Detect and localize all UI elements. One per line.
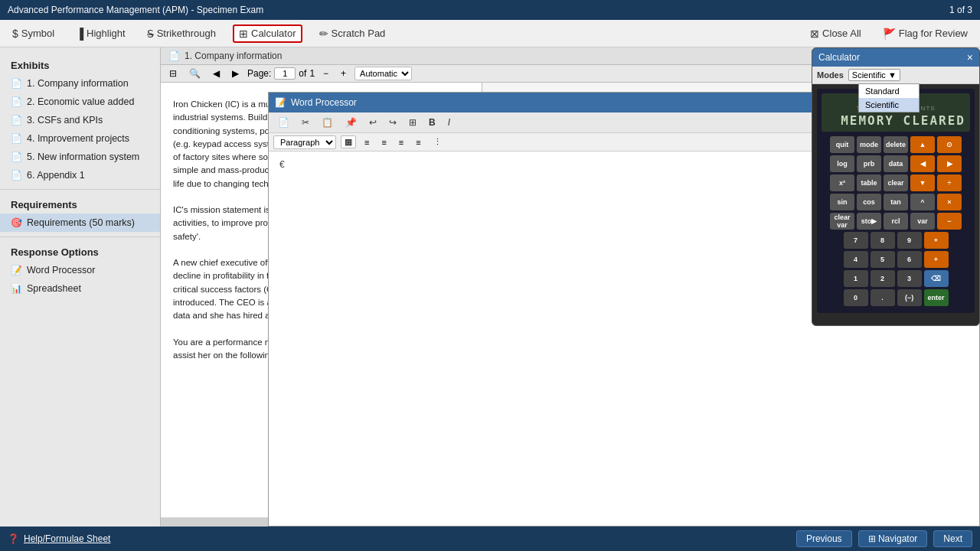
calc-divide[interactable]: ÷ bbox=[937, 174, 962, 191]
calc-delete[interactable]: delete bbox=[884, 136, 908, 153]
calc-8[interactable]: 8 bbox=[871, 232, 895, 249]
calc-var[interactable]: var bbox=[910, 213, 935, 230]
wp-new-btn[interactable]: 📄 bbox=[273, 115, 294, 130]
calc-nav-left[interactable]: ◀ bbox=[910, 155, 935, 172]
wp-copy-btn[interactable]: 📋 bbox=[317, 115, 338, 130]
wp-redo-btn[interactable]: ↪ bbox=[384, 115, 401, 130]
calc-5[interactable]: 5 bbox=[871, 251, 895, 268]
wp-table-btn[interactable]: ▦ bbox=[341, 135, 356, 148]
calc-minus[interactable]: − bbox=[937, 213, 962, 230]
sidebar-item-2[interactable]: 📄 2. Economic value added bbox=[0, 93, 160, 111]
flag-tool[interactable]: 🚩 Flag for Review bbox=[878, 26, 972, 41]
calc-row-3: x² table clear ▼ ÷ bbox=[822, 174, 970, 191]
wp-align-right-btn[interactable]: ≡ bbox=[395, 135, 407, 149]
close-all-tool[interactable]: ⊠ Close All bbox=[805, 26, 866, 41]
calc-log[interactable]: log bbox=[830, 155, 854, 172]
sidebar-word-processor[interactable]: 📝 Word Processor bbox=[0, 261, 160, 279]
calc-nav-right[interactable]: ▶ bbox=[937, 155, 962, 172]
navigator-button[interactable]: ⊞ Navigator bbox=[858, 530, 928, 547]
mode-standard[interactable]: Standard bbox=[859, 84, 919, 98]
calc-2[interactable]: 2 bbox=[871, 270, 895, 287]
calc-hat[interactable]: ^ bbox=[910, 194, 935, 210]
previous-button[interactable]: Previous bbox=[796, 530, 852, 547]
calc-clear[interactable]: clear bbox=[884, 174, 908, 191]
calc-0[interactable]: 0 bbox=[844, 289, 868, 306]
help-label[interactable]: Help/Formulae Sheet bbox=[24, 533, 110, 544]
wp-align-center-btn[interactable]: ≡ bbox=[377, 135, 390, 149]
calc-4[interactable]: 4 bbox=[844, 251, 868, 268]
next-page-btn[interactable]: ▶ bbox=[228, 67, 243, 80]
next-button[interactable]: Next bbox=[933, 530, 972, 547]
calc-sto[interactable]: sto▶ bbox=[857, 213, 881, 230]
wp-cursor: € bbox=[279, 159, 285, 170]
wp-justify-btn[interactable]: ≡ bbox=[412, 135, 424, 149]
calc-close-btn[interactable]: × bbox=[967, 51, 973, 64]
calc-x2[interactable]: x² bbox=[830, 174, 854, 191]
calc-prb[interactable]: prb bbox=[857, 155, 881, 172]
zoom-in-btn[interactable]: + bbox=[337, 67, 350, 80]
wp-bold-btn[interactable]: B bbox=[424, 115, 440, 130]
grid-icon: ⊞ bbox=[868, 533, 878, 544]
calc-6[interactable]: 6 bbox=[897, 251, 922, 268]
strikethrough-tool[interactable]: S̶ Strikethrough bbox=[142, 26, 220, 41]
zoom-out-btn[interactable]: − bbox=[319, 67, 332, 80]
calculator-tool[interactable]: ⊞ Calculator bbox=[233, 24, 302, 43]
calc-nav-down[interactable]: ▼ bbox=[910, 174, 935, 191]
sidebar-requirements[interactable]: 🎯 Requirements (50 marks) bbox=[0, 214, 160, 232]
wp-italic-btn[interactable]: I bbox=[443, 115, 455, 130]
navigator-label: Navigator bbox=[878, 533, 917, 544]
mode-scientific[interactable]: Scientific bbox=[859, 98, 919, 112]
wp-undo-btn[interactable]: ↩ bbox=[364, 115, 381, 130]
sidebar-item-6[interactable]: 📄 6. Appendix 1 bbox=[0, 166, 160, 184]
calc-quit[interactable]: quit bbox=[830, 136, 854, 153]
thumbnail-btn[interactable]: ⊟ bbox=[165, 67, 181, 80]
calc-neg[interactable]: (−) bbox=[897, 289, 922, 306]
calc-cos[interactable]: cos bbox=[857, 194, 881, 210]
calc-backspace[interactable]: ⌫ bbox=[924, 270, 949, 287]
calc-mode[interactable]: mode bbox=[857, 136, 881, 153]
calc-nav-enter-top[interactable]: ⊙ bbox=[937, 136, 962, 153]
sidebar-item-label-1: 1. Company information bbox=[27, 78, 129, 89]
sidebar-item-1[interactable]: 📄 1. Company information bbox=[0, 74, 160, 93]
calc-nav-up[interactable]: ▲ bbox=[910, 136, 935, 153]
wp-style-select[interactable]: Paragraph Heading 1 Heading 2 Heading 3 bbox=[273, 135, 336, 149]
modes-dropdown[interactable]: Scientific ▼ bbox=[848, 69, 900, 81]
calc-plus-right[interactable]: + bbox=[924, 251, 949, 268]
search-btn[interactable]: 🔍 bbox=[185, 67, 204, 80]
calc-3[interactable]: 3 bbox=[897, 270, 922, 287]
calc-data[interactable]: data bbox=[884, 155, 908, 172]
symbol-tool[interactable]: $ Symbol bbox=[8, 26, 59, 41]
wp-insert-btn[interactable]: ⊞ bbox=[404, 115, 421, 130]
wp-paste-btn[interactable]: 📌 bbox=[341, 115, 361, 130]
sidebar-item-label-5: 5. New information system bbox=[27, 152, 139, 162]
symbol-label: Symbol bbox=[21, 28, 54, 39]
calc-table[interactable]: table bbox=[857, 174, 881, 191]
calc-enter[interactable]: enter bbox=[924, 289, 949, 306]
dollar-icon: $ bbox=[12, 28, 18, 40]
wp-cut-btn[interactable]: ✂ bbox=[297, 115, 314, 130]
calc-1[interactable]: 1 bbox=[844, 270, 868, 287]
scratch-pad-tool[interactable]: ✏ Scratch Pad bbox=[315, 26, 390, 41]
calc-sin[interactable]: sin bbox=[830, 194, 854, 210]
prev-page-btn[interactable]: ◀ bbox=[209, 67, 224, 80]
sidebar-spreadsheet[interactable]: 📊 Spreadsheet bbox=[0, 279, 160, 298]
calc-clear-var[interactable]: clear var bbox=[830, 213, 854, 230]
calc-multiply[interactable]: × bbox=[937, 194, 962, 210]
calc-plus[interactable]: + bbox=[924, 232, 949, 249]
doc-icon-4: 📄 bbox=[11, 133, 22, 144]
calc-rcl[interactable]: rcl bbox=[884, 213, 908, 230]
sidebar-item-5[interactable]: 📄 5. New information system bbox=[0, 148, 160, 166]
calc-9[interactable]: 9 bbox=[897, 232, 922, 249]
calc-7[interactable]: 7 bbox=[844, 232, 868, 249]
calc-tan[interactable]: tan bbox=[884, 194, 908, 210]
zoom-select[interactable]: Automatic 50% 75% 100% 125% 150% bbox=[354, 67, 412, 80]
highlight-tool[interactable]: ▐ Highlight bbox=[71, 26, 130, 41]
sidebar-item-3[interactable]: 📄 3. CSFs and KPIs bbox=[0, 111, 160, 129]
calc-num-row-1: 7 8 9 + bbox=[822, 232, 970, 249]
wp-align-left-btn[interactable]: ≡ bbox=[361, 135, 373, 149]
wp-more-btn[interactable]: ⋮ bbox=[430, 135, 446, 149]
calc-dot[interactable]: . bbox=[871, 289, 895, 306]
sidebar-item-4[interactable]: 📄 4. Improvement projects bbox=[0, 129, 160, 148]
sidebar-item-label-2: 2. Economic value added bbox=[27, 96, 134, 107]
page-input[interactable] bbox=[274, 67, 296, 80]
